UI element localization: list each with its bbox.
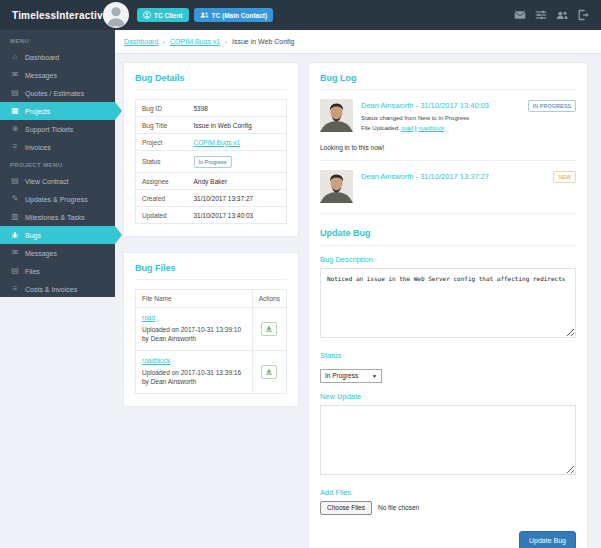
users-icon[interactable] xyxy=(556,9,568,21)
log-comment: Looking in to this now! xyxy=(320,144,576,151)
bug-details-title: Bug Details xyxy=(135,73,287,90)
top-header: TimelessInteractive+ TC Client TC (Main … xyxy=(0,0,601,30)
support-icon: ⊕ xyxy=(10,125,20,133)
log-status-badge: NEW xyxy=(553,171,576,183)
list-icon: ≡ xyxy=(10,285,20,293)
tasks-icon: ▥ xyxy=(10,213,20,221)
sidebar-item-dashboard[interactable]: ⌂ Dashboard xyxy=(0,48,115,66)
commenter-avatar xyxy=(320,170,353,203)
bug-details-table: Bug ID5398 Bug TitleIssue in Web Config … xyxy=(135,99,287,224)
column-header-actions: Actions xyxy=(252,290,286,308)
column-header-file-name: File Name xyxy=(136,290,253,308)
bug-icon xyxy=(10,231,20,239)
logout-icon[interactable] xyxy=(577,9,589,21)
update-bug-title: Update Bug xyxy=(320,228,576,246)
chevron-down-icon: ▼ xyxy=(372,373,377,379)
sidebar-item-label: Milestones & Tasks xyxy=(25,214,85,221)
bug-description-textarea[interactable]: Noticed an issue in the Web Server confi… xyxy=(320,268,576,338)
sidebar-item-invoices[interactable]: ≡ Invoices xyxy=(0,138,115,156)
file-link-separator: | xyxy=(415,125,417,131)
grid-icon: ▦ xyxy=(10,107,20,115)
no-file-chosen-text: No file chosen xyxy=(378,504,419,511)
sidebar-item-files[interactable]: ▤ Files xyxy=(0,262,115,280)
client-badge[interactable]: TC Client xyxy=(137,8,189,22)
list-icon: ≡ xyxy=(10,143,20,151)
sidebar-item-bugs[interactable]: Bugs xyxy=(0,226,115,244)
brand-logo[interactable]: TimelessInteractive+ xyxy=(0,10,103,21)
table-row: ProjectCOPIM Bugs v1 xyxy=(136,134,287,151)
log-entry: Dean Ainsworth - 31/10/2017 13:40:03 Sta… xyxy=(320,99,576,133)
sidebar-item-label: Updates & Progress xyxy=(25,196,88,203)
client-badge-label: TC Client xyxy=(154,12,183,19)
sidebar-item-project-messages[interactable]: ✉ Messages xyxy=(0,244,115,262)
breadcrumb-dashboard-link[interactable]: Dashboard xyxy=(124,38,158,45)
table-row: Updated31/10/2017 13:40:03 xyxy=(136,207,287,224)
sidebar-item-milestones-tasks[interactable]: ▥ Milestones & Tasks xyxy=(0,208,115,226)
table-row: AssigneeAndy Baker xyxy=(136,173,287,190)
download-icon xyxy=(265,325,273,333)
table-row: Created31/10/2017 13:37:27 xyxy=(136,190,287,207)
project-link[interactable]: COPIM Bugs v1 xyxy=(194,139,241,146)
file-upload-meta: Uploaded on 2017-10-31 13:39:10 by Dean … xyxy=(142,325,246,344)
sidebar-item-label: Bugs xyxy=(25,232,41,239)
envelope-icon: ✉ xyxy=(10,71,20,79)
edit-icon: ✎ xyxy=(10,195,20,203)
log-file-link[interactable]: road xyxy=(401,125,413,131)
user-avatar[interactable] xyxy=(103,2,129,28)
bug-files-title: Bug Files xyxy=(135,263,287,280)
log-author-date: Dean Ainsworth - 31/10/2017 13:40:03 xyxy=(361,101,489,110)
download-button[interactable] xyxy=(261,365,277,379)
field-label: Bug Title xyxy=(136,117,188,134)
bug-log-card: Bug Log Dean Ainsworth - 31/10/2017 13:4… xyxy=(308,62,588,548)
sidebar-item-projects[interactable]: ▦ Projects xyxy=(0,102,115,120)
file-link[interactable]: roadblock xyxy=(142,357,170,364)
status-badge: In Progress xyxy=(194,156,232,168)
breadcrumb-project-link[interactable]: COPIM Bugs v1 xyxy=(170,38,220,45)
person-icon xyxy=(103,2,129,28)
sidebar-item-updates-progress[interactable]: ✎ Updates & Progress xyxy=(0,190,115,208)
update-bug-button[interactable]: Update Bug xyxy=(519,531,576,548)
envelope-icon: ✉ xyxy=(10,249,20,257)
field-label: Bug ID xyxy=(136,100,188,117)
status-select[interactable]: In Progress ▼ xyxy=(320,369,382,383)
file-uploaded-label: File Uploaded: xyxy=(361,125,400,131)
file-link[interactable]: road xyxy=(142,314,155,321)
sidebar-item-label: Messages xyxy=(25,250,57,257)
choose-files-button[interactable]: Choose Files xyxy=(320,501,372,515)
bug-title-value: Issue in Web Config xyxy=(188,117,287,134)
table-row: roadblock Uploaded on 2017-10-31 13:39:1… xyxy=(136,350,287,393)
status-label: Status xyxy=(320,351,576,360)
breadcrumb-separator: ▪ xyxy=(225,39,227,45)
sidebar-item-label: Quotes / Estimates xyxy=(25,90,84,97)
new-update-textarea[interactable] xyxy=(320,405,576,475)
contact-badge[interactable]: TC (Main Contact) xyxy=(194,8,274,22)
bug-files-table: File Name Actions road Uploaded on 2017-… xyxy=(135,289,287,394)
sidebar-item-costs-invoices[interactable]: ≡ Costs & Invoices xyxy=(0,280,115,298)
menu-section-header: MENU xyxy=(0,32,115,48)
table-row: StatusIn Progress xyxy=(136,151,287,173)
download-button[interactable] xyxy=(261,322,277,336)
updated-value: 31/10/2017 13:40:03 xyxy=(188,207,287,224)
sliders-icon[interactable] xyxy=(535,9,547,21)
mail-icon[interactable] xyxy=(514,9,526,21)
sidebar-item-quotes[interactable]: ▤ Quotes / Estimates xyxy=(0,84,115,102)
field-label: Project xyxy=(136,134,188,151)
add-files-label: Add Files xyxy=(320,488,576,497)
document-icon: ▤ xyxy=(10,89,20,97)
bug-description-label: Bug Description xyxy=(320,255,576,264)
contact-badge-label: TC (Main Contact) xyxy=(212,12,268,19)
file-icon: ▤ xyxy=(10,267,20,275)
sidebar-item-label: Support Tickets xyxy=(25,126,73,133)
log-file-uploaded-line: File Uploaded: road | roadblock xyxy=(361,124,489,134)
sidebar-item-view-contract[interactable]: ▤ View Contract xyxy=(0,172,115,190)
bug-log-title: Bug Log xyxy=(320,73,576,90)
log-status-badge: IN PROGRESS xyxy=(528,100,576,112)
bug-files-card: Bug Files File Name Actions road Uploade… xyxy=(123,252,299,407)
home-icon: ⌂ xyxy=(10,53,20,61)
new-update-label: New Update xyxy=(320,392,576,401)
log-file-link[interactable]: roadblock xyxy=(418,125,444,131)
sidebar-item-messages[interactable]: ✉ Messages xyxy=(0,66,115,84)
file-upload-meta: Uploaded on 2017-10-31 13:39:16 by Dean … xyxy=(142,368,246,387)
bug-details-card: Bug Details Bug ID5398 Bug TitleIssue in… xyxy=(123,62,299,237)
sidebar-item-support-tickets[interactable]: ⊕ Support Tickets xyxy=(0,120,115,138)
